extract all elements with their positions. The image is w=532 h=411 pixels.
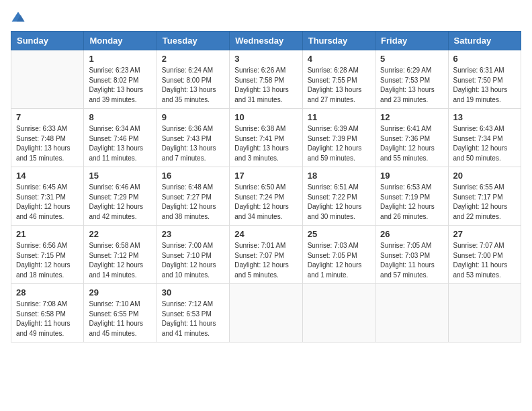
sunrise-text: Sunrise: 6:53 AM [380,183,431,191]
daylight-text: Daylight: 13 hours and 19 minutes. [453,86,508,103]
sunrise-text: Sunrise: 6:46 AM [89,183,140,191]
sunset-text: Sunset: 7:19 PM [380,193,430,201]
sunrise-text: Sunrise: 6:34 AM [89,125,140,132]
col-sunday: Sunday [11,32,84,50]
daylight-text: Daylight: 12 hours and 1 minute. [308,261,362,279]
day-info: Sunrise: 7:12 AMSunset: 6:53 PMDaylight:… [162,300,224,338]
daylight-text: Daylight: 12 hours and 46 minutes. [16,203,71,220]
day-info: Sunrise: 6:58 AMSunset: 7:12 PMDaylight:… [89,241,151,280]
day-number: 12 [380,112,443,122]
page-header [11,11,521,26]
sunset-text: Sunset: 7:10 PM [162,252,212,259]
calendar-cell: 6Sunrise: 6:31 AMSunset: 7:50 PMDaylight… [448,50,521,109]
sunrise-text: Sunrise: 7:05 AM [380,242,431,249]
day-number: 1 [89,54,151,64]
day-info: Sunrise: 6:46 AMSunset: 7:29 PMDaylight:… [89,183,151,222]
day-number: 3 [234,54,297,64]
calendar-cell: 5Sunrise: 6:29 AMSunset: 7:53 PMDaylight… [375,50,448,109]
daylight-text: Daylight: 12 hours and 26 minutes. [380,203,435,220]
daylight-text: Daylight: 12 hours and 42 minutes. [89,203,143,220]
day-number: 6 [453,54,516,64]
daylight-text: Daylight: 11 hours and 49 minutes. [16,320,71,337]
sunset-text: Sunset: 7:43 PM [162,135,212,142]
calendar-cell: 1Sunrise: 6:23 AMSunset: 8:02 PMDaylight… [84,50,157,109]
sunrise-text: Sunrise: 7:12 AM [162,300,213,308]
sunset-text: Sunset: 7:58 PM [234,77,284,84]
logo-icon [11,11,26,26]
day-number: 23 [162,229,224,239]
sunrise-text: Sunrise: 6:50 AM [234,183,285,191]
calendar-cell: 3Sunrise: 6:26 AMSunset: 7:58 PMDaylight… [230,50,302,109]
day-info: Sunrise: 6:41 AMSunset: 7:36 PMDaylight:… [380,124,443,163]
sunset-text: Sunset: 7:03 PM [380,252,430,259]
day-number: 19 [380,171,443,181]
calendar-week-row: 1Sunrise: 6:23 AMSunset: 8:02 PMDaylight… [11,50,521,109]
sunrise-text: Sunrise: 7:01 AM [234,242,285,249]
sunset-text: Sunset: 7:34 PM [453,135,503,142]
calendar-cell: 19Sunrise: 6:53 AMSunset: 7:19 PMDayligh… [375,167,448,226]
daylight-text: Daylight: 12 hours and 59 minutes. [308,144,362,162]
daylight-text: Daylight: 12 hours and 22 minutes. [453,203,508,220]
day-number: 4 [308,54,370,64]
sunrise-text: Sunrise: 6:56 AM [16,242,67,249]
day-number: 20 [453,171,516,181]
daylight-text: Daylight: 12 hours and 34 minutes. [234,203,289,220]
day-info: Sunrise: 6:43 AMSunset: 7:34 PMDaylight:… [453,124,516,163]
day-number: 7 [16,112,79,122]
day-info: Sunrise: 7:05 AMSunset: 7:03 PMDaylight:… [380,241,443,280]
sunset-text: Sunset: 7:12 PM [89,252,138,259]
sunset-text: Sunset: 7:55 PM [308,77,357,84]
day-number: 22 [89,229,151,239]
day-info: Sunrise: 6:39 AMSunset: 7:39 PMDaylight:… [308,124,370,163]
calendar-cell: 16Sunrise: 6:48 AMSunset: 7:27 PMDayligh… [157,167,229,226]
calendar-cell: 11Sunrise: 6:39 AMSunset: 7:39 PMDayligh… [302,109,375,167]
col-friday: Friday [375,32,448,50]
sunset-text: Sunset: 6:53 PM [162,310,212,318]
day-number: 27 [453,229,516,239]
calendar-cell [375,284,448,342]
sunset-text: Sunset: 7:22 PM [308,193,357,201]
daylight-text: Daylight: 11 hours and 41 minutes. [162,320,216,337]
daylight-text: Daylight: 13 hours and 3 minutes. [234,144,289,162]
day-number: 29 [89,287,151,298]
daylight-text: Daylight: 12 hours and 55 minutes. [380,144,435,162]
day-info: Sunrise: 7:03 AMSunset: 7:05 PMDaylight:… [308,241,370,280]
day-number: 30 [162,287,224,298]
calendar-cell: 21Sunrise: 6:56 AMSunset: 7:15 PMDayligh… [11,226,84,284]
sunset-text: Sunset: 7:07 PM [234,252,284,259]
sunset-text: Sunset: 7:50 PM [453,77,503,84]
sunrise-text: Sunrise: 6:31 AM [453,66,504,74]
sunset-text: Sunset: 7:41 PM [234,135,284,142]
col-tuesday: Tuesday [157,32,229,50]
sunset-text: Sunset: 7:46 PM [89,135,138,142]
calendar-cell [448,284,521,342]
calendar-cell: 13Sunrise: 6:43 AMSunset: 7:34 PMDayligh… [448,109,521,167]
day-info: Sunrise: 7:10 AMSunset: 6:55 PMDaylight:… [89,300,151,338]
calendar-cell: 24Sunrise: 7:01 AMSunset: 7:07 PMDayligh… [230,226,302,284]
daylight-text: Daylight: 13 hours and 11 minutes. [89,144,143,162]
daylight-text: Daylight: 12 hours and 10 minutes. [162,261,216,279]
day-number: 2 [162,54,224,64]
sunset-text: Sunset: 7:31 PM [16,193,66,201]
sunrise-text: Sunrise: 6:28 AM [308,66,359,74]
calendar-week-row: 7Sunrise: 6:33 AMSunset: 7:48 PMDaylight… [11,109,521,167]
calendar-cell: 14Sunrise: 6:45 AMSunset: 7:31 PMDayligh… [11,167,84,226]
sunrise-text: Sunrise: 7:08 AM [16,300,67,308]
day-number: 21 [16,229,79,239]
calendar-table: Sunday Monday Tuesday Wednesday Thursday… [11,31,521,342]
col-thursday: Thursday [302,32,375,50]
calendar-cell: 18Sunrise: 6:51 AMSunset: 7:22 PMDayligh… [302,167,375,226]
day-number: 18 [308,171,370,181]
day-info: Sunrise: 7:08 AMSunset: 6:58 PMDaylight:… [16,300,79,338]
daylight-text: Daylight: 13 hours and 23 minutes. [380,86,435,103]
day-info: Sunrise: 6:48 AMSunset: 7:27 PMDaylight:… [162,183,224,222]
sunrise-text: Sunrise: 6:33 AM [16,125,67,132]
day-info: Sunrise: 6:50 AMSunset: 7:24 PMDaylight:… [234,183,297,222]
calendar-week-row: 28Sunrise: 7:08 AMSunset: 6:58 PMDayligh… [11,284,521,342]
col-saturday: Saturday [448,32,521,50]
calendar-cell: 17Sunrise: 6:50 AMSunset: 7:24 PMDayligh… [230,167,302,226]
calendar-cell: 27Sunrise: 7:07 AMSunset: 7:00 PMDayligh… [448,226,521,284]
day-number: 13 [453,112,516,122]
sunset-text: Sunset: 8:02 PM [89,77,138,84]
daylight-text: Daylight: 11 hours and 45 minutes. [89,320,143,337]
